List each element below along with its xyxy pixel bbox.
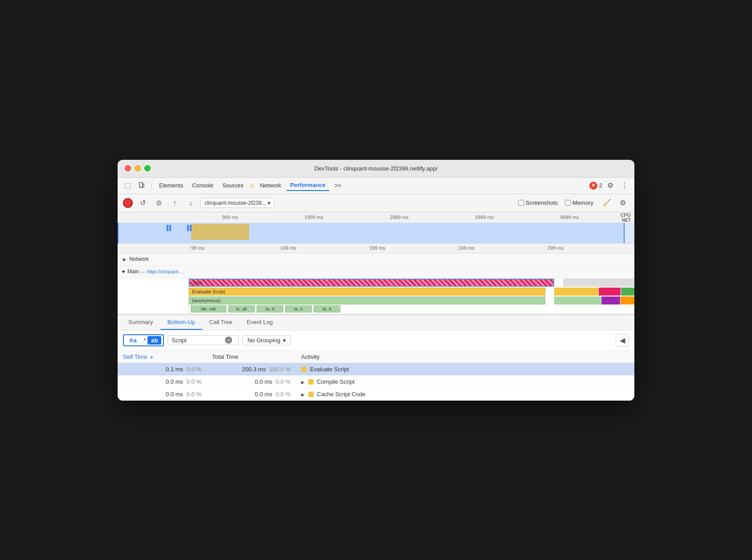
- tab-sources[interactable]: Sources: [219, 180, 247, 191]
- expand-arrow-2[interactable]: ▶: [301, 392, 305, 397]
- memory-label: Memory: [572, 199, 593, 206]
- tab-bottom-up[interactable]: Bottom-Up: [160, 315, 202, 330]
- clear-search-button[interactable]: ×: [225, 337, 232, 344]
- main-dash: —: [141, 269, 145, 274]
- more-options-button[interactable]: ⋮: [618, 179, 631, 192]
- toolbar-sep-1: [151, 182, 152, 190]
- upload-button[interactable]: ↑: [168, 197, 181, 209]
- memory-input[interactable]: [565, 200, 571, 206]
- screenshots-input[interactable]: [518, 200, 524, 206]
- tab-console[interactable]: Console: [188, 180, 217, 191]
- task-bar[interactable]: Task: [189, 279, 554, 287]
- whole-word-toggle[interactable]: ab: [147, 336, 161, 345]
- mini-bar-4[interactable]: ta...k: [314, 305, 340, 312]
- table-row[interactable]: 0.1 ms 0.0 % 200.3 ms 100.0 % Evaluate S…: [118, 363, 634, 375]
- mini-bars-container: tak...eak ta...ak ta...k ta...k ta...k: [189, 305, 634, 312]
- close-button[interactable]: [125, 165, 131, 171]
- mini-bar-3[interactable]: ta...k: [285, 305, 312, 312]
- ruler-mark-4: 4999 ms: [560, 215, 579, 220]
- tab-performance[interactable]: Performance: [286, 180, 329, 191]
- reload-button[interactable]: ↺: [136, 197, 149, 209]
- tick-4: 299 ms: [545, 245, 634, 251]
- network-track-label[interactable]: ▶ Network: [118, 254, 189, 264]
- mini-bar-2[interactable]: ta...k: [257, 305, 283, 312]
- flame-row-mini: tak...eak ta...ak ta...k ta...k ta...k: [118, 305, 634, 314]
- evaluate-right-bars: [554, 288, 634, 296]
- tab-event-log[interactable]: Event Log: [240, 315, 280, 330]
- device-toolbar-icon[interactable]: [135, 179, 148, 192]
- sort-arrow: ▾: [151, 355, 153, 360]
- a-bar-2: [601, 296, 620, 304]
- evaluate-bar[interactable]: Evaluate Script: [189, 288, 545, 296]
- network-warning-icon: ⚠: [249, 182, 255, 189]
- cpu-label: CPU: [612, 212, 631, 218]
- e-bar-3: [621, 288, 634, 296]
- col-total-time[interactable]: Total Time: [207, 351, 296, 363]
- maximize-button[interactable]: [144, 165, 151, 171]
- selection-region[interactable]: [118, 223, 625, 243]
- mini-label-col: [118, 305, 189, 314]
- tab-call-tree[interactable]: Call Tree: [202, 315, 240, 330]
- tab-elements[interactable]: Elements: [155, 180, 187, 191]
- memory-icon-button[interactable]: 🧹: [601, 197, 613, 209]
- tick-3: 249 ms: [456, 245, 545, 251]
- row-2-self-time: 0.0 ms 0.0 %: [118, 388, 207, 400]
- task-content: Task: [189, 278, 634, 287]
- row-2-activity: ▶ Cache Script Code: [296, 388, 634, 400]
- panel-toggle-button[interactable]: ◀: [616, 334, 629, 347]
- table-row[interactable]: 0.0 ms 0.0 % 0.0 ms 0.0 % ▶ Cache Script…: [118, 388, 634, 400]
- anon-right-bars: [554, 296, 634, 304]
- anonymous-bar[interactable]: (anonymous): [189, 296, 545, 304]
- row-2-total-time: 0.0 ms 0.0 %: [207, 388, 296, 400]
- cursor-icon[interactable]: ⬚: [121, 179, 134, 192]
- clear-button[interactable]: ⊘: [152, 197, 165, 209]
- network-triangle: ▶: [123, 257, 127, 262]
- row-1-total-time: 0.0 ms 0.0 %: [207, 375, 296, 388]
- svg-rect-0: [139, 183, 143, 187]
- e-bar-1: [554, 288, 598, 296]
- ruler-mark-3: 3999 ms: [475, 215, 494, 220]
- checkbox-group: Screenshots Memory 🧹: [518, 197, 613, 209]
- url-text: clinquant-mousse-2f239...: [204, 200, 266, 206]
- more-tabs-button[interactable]: >>: [331, 180, 345, 191]
- row-1-self-time: 0.0 ms 0.0 %: [118, 375, 207, 388]
- tab-network[interactable]: Network: [257, 180, 285, 191]
- search-input[interactable]: [172, 337, 225, 344]
- mini-content: tak...eak ta...ak ta...k ta...k ta...k: [189, 305, 634, 314]
- case-sensitive-toggle[interactable]: Aa: [126, 336, 140, 345]
- a-bar-1: [554, 296, 601, 304]
- record-button[interactable]: [123, 198, 133, 208]
- bottom-panel: Summary Bottom-Up Call Tree Event Log Aa…: [118, 314, 634, 401]
- col-self-time[interactable]: Self Time ▾: [118, 351, 207, 363]
- ruler-mark-0: 999 ms: [222, 215, 238, 220]
- error-count: 2: [599, 182, 602, 189]
- settings-button[interactable]: ⚙: [604, 179, 617, 192]
- svg-rect-1: [143, 184, 144, 187]
- tab-summary[interactable]: Summary: [121, 315, 160, 330]
- row-0-self-time: 0.1 ms 0.0 %: [118, 363, 207, 375]
- regex-toggle[interactable]: .*: [142, 337, 146, 344]
- search-input-wrap: ×: [168, 335, 239, 345]
- screenshots-checkbox[interactable]: Screenshots: [518, 199, 558, 206]
- expand-arrow-1[interactable]: ▶: [301, 380, 305, 385]
- col-activity[interactable]: Activity: [296, 351, 634, 363]
- overview-ruler-ticks: 999 ms 1999 ms 2999 ms 3999 ms 4999 ms: [189, 215, 612, 220]
- memory-checkbox[interactable]: Memory: [565, 199, 593, 206]
- download-button[interactable]: ↓: [184, 197, 197, 209]
- url-selector[interactable]: clinquant-mousse-2f239... ▾: [200, 198, 274, 208]
- perf-toolbar: ↺ ⊘ ↑ ↓ clinquant-mousse-2f239... ▾ Scre…: [118, 194, 634, 212]
- detail-ruler: 99 ms 149 ms 199 ms 249 ms 299 ms: [118, 243, 634, 253]
- overview-ruler: 999 ms 1999 ms 2999 ms 3999 ms 4999 ms C…: [118, 212, 634, 223]
- task-overflow: [563, 279, 634, 287]
- grouping-select[interactable]: No Grouping ▾: [242, 335, 291, 345]
- grouping-dropdown-icon: ▾: [283, 337, 286, 344]
- perf-settings-button[interactable]: ⚙: [617, 197, 629, 209]
- main-track-label[interactable]: ▼ Main — https://clinquant-mousse-2f2396…: [118, 267, 189, 276]
- row-0-total-time: 200.3 ms 100.0 %: [207, 363, 296, 375]
- mini-bar-0[interactable]: tak...eak: [191, 305, 226, 312]
- table-row[interactable]: 0.0 ms 0.0 % 0.0 ms 0.0 % ▶ Compile Scri…: [118, 375, 634, 388]
- network-label: Network: [129, 256, 149, 262]
- mini-bar-1[interactable]: ta...ak: [228, 305, 255, 312]
- cpu-net-labels: CPU NET: [612, 212, 634, 223]
- minimize-button[interactable]: [135, 165, 141, 171]
